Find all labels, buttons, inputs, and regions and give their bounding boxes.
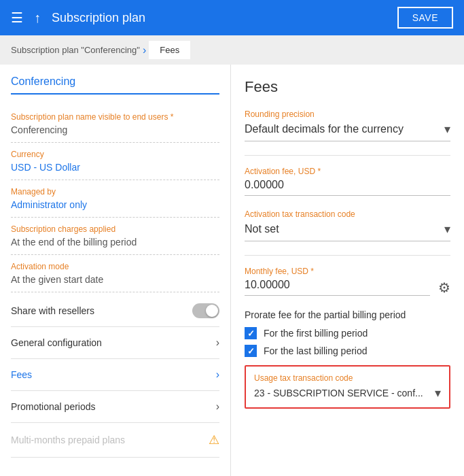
monthly-fee-label: Monthly fee, USD * <box>245 267 450 276</box>
breadcrumb-current: Fees <box>149 41 190 59</box>
monthly-fee-text: 10.00000 <box>245 279 290 291</box>
rounding-precision-dropdown-icon[interactable]: ▾ <box>444 122 450 137</box>
checkmark-last-icon: ✓ <box>247 346 255 356</box>
nav-item-promotional-periods[interactable]: Promotional periods › <box>11 391 219 423</box>
page-title: Subscription plan <box>52 11 387 25</box>
save-button[interactable]: SAVE <box>397 7 453 29</box>
field-value-plan-name[interactable]: Conferencing <box>11 124 219 135</box>
field-label-plan-name: Subscription plan name visible to end us… <box>11 112 219 122</box>
app-header: ☰ ↑ Subscription plan SAVE <box>0 0 464 35</box>
field-currency: Currency USD - US Dollar <box>11 143 219 180</box>
prorate-section: Prorate fee for the partial billing peri… <box>245 309 450 357</box>
settings-icon[interactable]: ⚙ <box>438 279 450 296</box>
activation-fee-field: Activation fee, USD * 0.00000 <box>245 167 450 196</box>
nav-item-general-configuration[interactable]: General configuration › <box>11 327 219 359</box>
activation-tax-field: Activation tax transaction code Not set … <box>245 209 450 241</box>
field-label-activation-mode: Activation mode <box>11 262 219 271</box>
checkbox-first-billing[interactable]: ✓ <box>245 327 257 339</box>
prorate-title: Prorate fee for the partial billing peri… <box>245 309 450 320</box>
nav-item-multi-months[interactable]: Multi-months prepaid plans ⚠ <box>11 423 219 458</box>
monthly-fee-value[interactable]: 10.00000 <box>245 279 430 296</box>
warning-icon: ⚠ <box>209 432 219 447</box>
field-label-charges: Subscription charges applied <box>11 224 219 234</box>
checkbox-last-billing-row: ✓ For the last billing period <box>245 345 450 357</box>
field-managed-by: Managed by Administrator only <box>11 180 219 218</box>
field-value-managed-by[interactable]: Administrator only <box>11 199 219 210</box>
toggle-knob <box>206 305 218 317</box>
nav-label-general-configuration: General configuration <box>11 337 102 348</box>
field-label-managed-by: Managed by <box>11 187 219 197</box>
main-layout: Conferencing Subscription plan name visi… <box>0 65 464 476</box>
checkbox-last-billing-label: For the last billing period <box>264 345 368 356</box>
field-activation-mode: Activation mode At the given start date <box>11 255 219 292</box>
menu-icon[interactable]: ☰ <box>11 10 23 26</box>
field-plan-name: Subscription plan name visible to end us… <box>11 105 219 143</box>
breadcrumb: Subscription plan "Conferencing" › Fees <box>0 35 464 65</box>
checkbox-first-billing-label: For the first billing period <box>264 328 368 339</box>
rounding-precision-text: Default decimals for the currency <box>245 123 404 135</box>
usage-tax-field: Usage tax transaction code 23 - SUBSCRIP… <box>245 365 450 409</box>
rounding-precision-label: Rounding precision <box>245 109 450 119</box>
nav-chevron-promotional-periods-icon: › <box>216 401 219 413</box>
field-label-currency: Currency <box>11 150 219 159</box>
usage-tax-text: 23 - SUBSCRIPTION SERVICE - conf... <box>254 388 423 398</box>
monthly-fee-row: 10.00000 ⚙ <box>245 279 450 296</box>
divider-2 <box>245 255 450 256</box>
share-resellers-row: Share with resellers <box>11 292 219 327</box>
usage-tax-value[interactable]: 23 - SUBSCRIPTION SERVICE - conf... ▾ <box>254 386 441 401</box>
monthly-fee-field: Monthly fee, USD * 10.00000 ⚙ <box>245 267 450 296</box>
field-value-charges[interactable]: At the end of the billing period <box>11 237 219 248</box>
share-resellers-label: Share with resellers <box>11 305 94 316</box>
nav-label-promotional-periods: Promotional periods <box>11 401 96 412</box>
checkbox-last-billing[interactable]: ✓ <box>245 345 257 357</box>
breadcrumb-chevron-icon: › <box>143 44 146 56</box>
plan-name-header: Conferencing <box>11 75 219 95</box>
fees-section-title: Fees <box>245 78 450 96</box>
nav-chevron-fees-icon: › <box>216 369 219 381</box>
field-value-activation-mode[interactable]: At the given start date <box>11 274 219 285</box>
field-value-currency[interactable]: USD - US Dollar <box>11 162 219 173</box>
breadcrumb-parent[interactable]: Subscription plan "Conferencing" <box>11 45 140 55</box>
nav-label-multi-months: Multi-months prepaid plans <box>11 435 125 445</box>
divider-1 <box>245 155 450 156</box>
rounding-precision-value[interactable]: Default decimals for the currency ▾ <box>245 122 450 141</box>
nav-label-fees: Fees <box>11 369 32 380</box>
usage-tax-label: Usage tax transaction code <box>254 373 441 383</box>
usage-tax-dropdown-icon[interactable]: ▾ <box>435 386 441 401</box>
activation-tax-label: Activation tax transaction code <box>245 209 450 219</box>
activation-fee-label: Activation fee, USD * <box>245 167 450 176</box>
activation-tax-value[interactable]: Not set ▾ <box>245 222 450 241</box>
nav-chevron-general-configuration-icon: › <box>216 337 219 349</box>
right-panel: Fees Rounding precision Default decimals… <box>231 65 464 476</box>
share-resellers-toggle[interactable] <box>192 303 219 318</box>
activation-fee-text: 0.00000 <box>245 179 284 191</box>
checkbox-first-billing-row: ✓ For the first billing period <box>245 327 450 339</box>
activation-tax-dropdown-icon[interactable]: ▾ <box>444 222 450 237</box>
activation-fee-value[interactable]: 0.00000 <box>245 179 450 196</box>
back-icon[interactable]: ↑ <box>34 10 41 26</box>
checkmark-first-icon: ✓ <box>247 328 255 339</box>
field-subscription-charges: Subscription charges applied At the end … <box>11 218 219 255</box>
activation-tax-text: Not set <box>245 223 279 235</box>
nav-item-fees[interactable]: Fees › <box>11 359 219 391</box>
left-panel: Conferencing Subscription plan name visi… <box>0 65 231 476</box>
rounding-precision-field: Rounding precision Default decimals for … <box>245 109 450 141</box>
